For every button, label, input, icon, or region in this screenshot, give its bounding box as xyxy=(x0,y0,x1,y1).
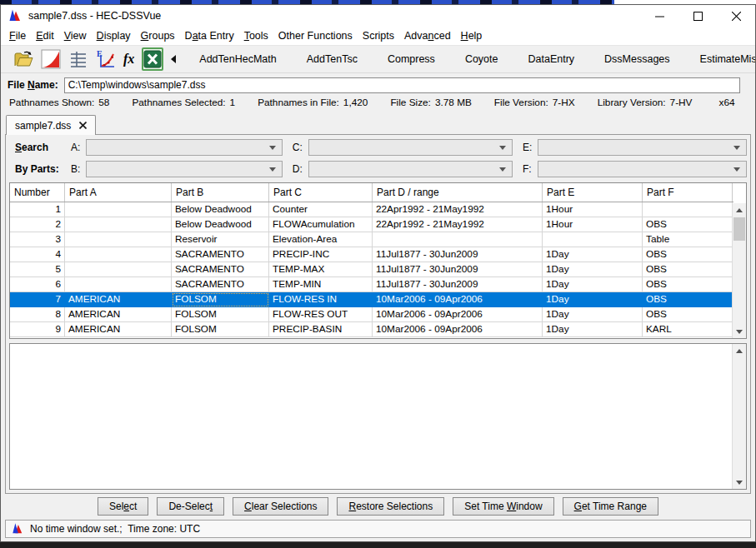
toolbar-script-button[interactable]: Coyote xyxy=(463,52,501,67)
cell-part-f xyxy=(643,202,733,217)
scrollbar-down-icon[interactable] xyxy=(733,325,746,338)
table-scrollbar[interactable] xyxy=(732,203,746,338)
toolbar-script-button[interactable]: DataEntry xyxy=(525,52,577,67)
combo-dropdown-icon xyxy=(733,146,740,150)
cell-part-b: Reservoir xyxy=(172,232,269,247)
cell-part-c: Counter xyxy=(269,202,373,217)
search-part-combo[interactable] xyxy=(308,161,513,177)
table-row[interactable]: 7 AMERICAN FOLSOM FLOW-RES IN 10Mar2006 … xyxy=(10,292,733,307)
cell-part-d xyxy=(373,232,543,247)
scrollbar-up-icon[interactable] xyxy=(733,203,746,217)
toolbar-script-button[interactable]: AddTenTsc xyxy=(304,52,360,67)
maximize-icon[interactable] xyxy=(678,5,717,27)
minimize-icon[interactable] xyxy=(640,5,678,27)
table-row[interactable]: 6 SACRAMENTO TEMP-MIN 11Jul1877 - 30Jun2… xyxy=(10,277,733,292)
toolbar: E fx AddTenHecMathAddTenTscCompressCoyot… xyxy=(1,45,755,73)
toolbar-scroll-left-icon[interactable] xyxy=(171,48,176,70)
menu-item[interactable]: Scripts xyxy=(358,28,399,43)
close-icon[interactable] xyxy=(717,5,755,27)
toolbar-script-button[interactable]: AddTenHecMath xyxy=(197,52,278,67)
search-part-label: F: xyxy=(523,163,532,175)
cell-part-b: SACRAMENTO xyxy=(172,262,269,277)
search-part-combo[interactable] xyxy=(538,139,747,156)
menu-item[interactable]: Edit xyxy=(31,28,59,43)
column-header[interactable]: Part C xyxy=(269,183,373,202)
tab-sample7[interactable]: sample7.dss xyxy=(6,115,96,135)
plot-icon[interactable] xyxy=(41,48,61,70)
cell-part-b: Below Deadwood xyxy=(172,217,269,232)
search-part: F: xyxy=(523,161,747,177)
edit-plot-icon[interactable]: E xyxy=(96,48,116,70)
combo-dropdown-icon xyxy=(499,167,506,172)
menu-item[interactable]: Groups xyxy=(136,28,180,43)
table-row[interactable]: 3 Reservoir Elevation-Area Table xyxy=(10,232,733,247)
cell-part-a xyxy=(65,247,172,262)
search-part-combo[interactable] xyxy=(86,139,283,156)
action-button[interactable]: Set Time Window xyxy=(453,497,553,516)
menu-item[interactable]: File xyxy=(4,28,31,43)
cell-part-e: 1Day xyxy=(543,292,643,307)
menu-item[interactable]: Help xyxy=(456,28,488,43)
cell-number: 2 xyxy=(10,217,65,232)
column-header[interactable]: Part A xyxy=(65,183,172,202)
action-button-row: SelectDe-SelectClear SelectionsRestore S… xyxy=(1,494,755,519)
search-part-combo[interactable] xyxy=(538,161,747,177)
info-item: File Version:7-HX xyxy=(494,97,575,108)
search-part-combo[interactable] xyxy=(86,161,283,177)
table-row[interactable]: 4 SACRAMENTO PRECIP-INC 11Jul1877 - 30Ju… xyxy=(10,247,733,262)
cell-part-c: PRECIP-BASIN xyxy=(269,322,373,337)
search-combos: A: C: E: B: xyxy=(71,139,747,177)
action-button[interactable]: Get Time Range xyxy=(563,497,658,516)
scrollbar-down-icon[interactable] xyxy=(733,476,746,489)
scrollbar-thumb[interactable] xyxy=(733,217,745,241)
menu-item[interactable]: Tools xyxy=(239,28,273,43)
menu-item[interactable]: Display xyxy=(92,28,136,43)
action-button[interactable]: De-Select xyxy=(157,497,224,516)
column-header[interactable]: Part D / range xyxy=(373,183,543,202)
table-row[interactable]: 5 SACRAMENTO TEMP-MAX 11Jul1877 - 30Jun2… xyxy=(10,262,733,277)
menu-bar: FileEditViewDisplayGroupsData EntryTools… xyxy=(1,27,755,45)
search-part-combo[interactable] xyxy=(308,139,513,156)
scrollbar-up-icon[interactable] xyxy=(733,344,746,357)
cell-part-a xyxy=(65,277,172,292)
pathname-info-bar: Pathnames Shown:58Pathnames Selected:1Pa… xyxy=(1,94,755,111)
menu-item[interactable]: Advanced xyxy=(399,28,456,43)
action-button[interactable]: Clear Selections xyxy=(233,497,328,516)
toolbar-script-button[interactable]: DssMessages xyxy=(602,52,673,67)
list-scrollbar[interactable] xyxy=(732,344,746,489)
cell-part-d: 22Apr1992 - 21May1992 xyxy=(373,202,543,217)
cell-part-d: 11Jul1877 - 30Jun2009 xyxy=(373,247,543,262)
tab-close-icon[interactable] xyxy=(79,120,87,132)
menu-item[interactable]: Other Functions xyxy=(273,28,358,43)
excel-export-icon[interactable] xyxy=(142,47,163,71)
cell-number: 5 xyxy=(10,262,65,277)
math-functions-icon[interactable]: fx xyxy=(123,48,134,70)
toolbar-script-buttons: AddTenHecMathAddTenTscCompressCoyoteData… xyxy=(197,52,755,67)
table-row[interactable]: 2 Below Deadwood FLOWAcumulation 22Apr19… xyxy=(10,217,733,232)
open-file-icon[interactable] xyxy=(13,48,33,70)
menu-item[interactable]: View xyxy=(59,28,92,43)
tab-bar: sample7.dss xyxy=(1,111,755,134)
cell-part-a: AMERICAN xyxy=(65,322,172,337)
action-button[interactable]: Restore Selections xyxy=(337,497,444,516)
tabulate-icon[interactable] xyxy=(68,48,88,70)
menu-item[interactable]: Data Entry xyxy=(180,28,239,43)
selected-pathnames-list[interactable] xyxy=(9,343,747,490)
table-row[interactable]: 8 AMERICAN FOLSOM FLOW-RES OUT 10Mar2006… xyxy=(10,307,733,322)
file-name-input[interactable] xyxy=(64,77,740,93)
cell-part-c: Elevation-Area xyxy=(269,232,373,247)
search-part-label: D: xyxy=(293,163,303,175)
info-item: x64 xyxy=(715,97,735,108)
cell-part-e: 1Day xyxy=(543,322,643,337)
cell-part-a xyxy=(65,202,172,217)
table-row[interactable]: 1 Below Deadwood Counter 22Apr1992 - 21M… xyxy=(10,202,733,217)
column-header[interactable]: Number xyxy=(10,183,65,202)
toolbar-script-button[interactable]: Compress xyxy=(385,52,438,67)
column-header[interactable]: Part B xyxy=(172,183,269,202)
toolbar-script-button[interactable]: EstimateMissing xyxy=(698,52,755,67)
column-header[interactable]: Part E xyxy=(543,183,643,202)
table-row[interactable]: 9 AMERICAN FOLSOM PRECIP-BASIN 10Mar2006… xyxy=(10,322,733,337)
action-button[interactable]: Select xyxy=(98,497,148,516)
search-subtitle: By Parts: xyxy=(15,163,68,175)
column-header[interactable]: Part F xyxy=(643,183,733,202)
